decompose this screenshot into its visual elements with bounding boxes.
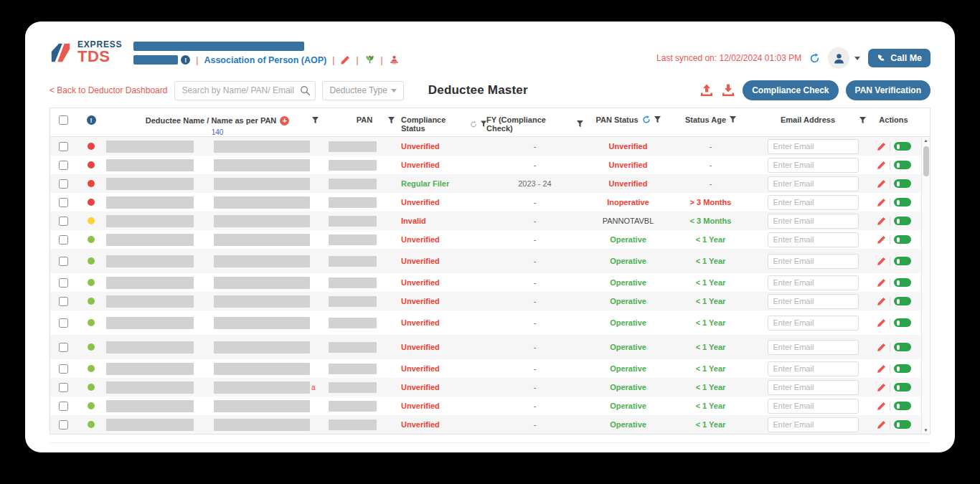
email-input[interactable] — [768, 294, 859, 309]
filter-icon[interactable] — [654, 116, 661, 123]
edit-email-icon[interactable] — [877, 278, 886, 288]
active-toggle[interactable] — [894, 235, 911, 244]
row-checkbox[interactable] — [59, 297, 68, 306]
email-input[interactable] — [768, 315, 859, 331]
filter-icon[interactable] — [859, 117, 866, 124]
refresh-icon[interactable] — [470, 120, 477, 128]
plant-icon[interactable] — [364, 54, 375, 65]
divider — [890, 402, 890, 411]
active-toggle[interactable] — [894, 343, 911, 351]
edit-email-icon[interactable] — [877, 179, 886, 189]
email-input[interactable] — [768, 254, 859, 269]
avatar-dropdown-caret[interactable] — [854, 57, 860, 60]
search-icon[interactable] — [300, 85, 311, 96]
add-deductee-button[interactable]: + — [280, 116, 289, 125]
refresh-icon[interactable] — [642, 115, 651, 124]
edit-email-icon[interactable] — [877, 383, 886, 392]
filter-icon[interactable] — [577, 120, 583, 128]
active-toggle[interactable] — [894, 257, 911, 265]
active-toggle[interactable] — [894, 161, 911, 169]
select-all-checkbox[interactable] — [59, 115, 68, 125]
header-deductee-name-label: Deductee Name / Name as per PAN — [146, 116, 277, 125]
edit-email-icon[interactable] — [877, 198, 886, 207]
active-toggle[interactable] — [894, 383, 911, 392]
filter-icon[interactable] — [481, 120, 486, 128]
row-checkbox[interactable] — [59, 179, 68, 189]
email-input[interactable] — [768, 275, 859, 290]
active-toggle[interactable] — [894, 142, 911, 151]
edit-email-icon[interactable] — [877, 343, 886, 352]
deductor-info-icon[interactable]: ! — [181, 55, 190, 65]
active-toggle[interactable] — [894, 297, 911, 305]
edit-email-icon[interactable] — [877, 161, 886, 170]
row-checkbox[interactable] — [59, 257, 68, 266]
edit-deductor-icon[interactable] — [340, 55, 350, 65]
row-checkbox[interactable] — [59, 383, 68, 392]
active-toggle[interactable] — [894, 318, 911, 327]
edit-email-icon[interactable] — [877, 235, 886, 245]
row-checkbox[interactable] — [59, 198, 68, 207]
email-input[interactable] — [768, 176, 859, 191]
export-download-button[interactable] — [721, 84, 735, 98]
active-toggle[interactable] — [894, 179, 911, 188]
name-as-per-pan-redacted — [214, 255, 310, 267]
edit-email-icon[interactable] — [877, 318, 886, 328]
edit-email-icon[interactable] — [877, 297, 886, 306]
scrollbar-thumb[interactable] — [923, 146, 929, 176]
filter-icon[interactable] — [312, 117, 319, 124]
status-age-value: - — [710, 179, 712, 188]
user-avatar[interactable] — [828, 47, 849, 69]
scroll-up-arrow[interactable]: ▲ — [924, 137, 928, 144]
email-input[interactable] — [768, 417, 859, 432]
scroll-down-arrow[interactable]: ▼ — [924, 427, 928, 434]
filter-icon[interactable] — [388, 117, 395, 124]
active-toggle[interactable] — [894, 278, 911, 287]
email-input[interactable] — [768, 232, 859, 247]
fy-value: - — [534, 217, 537, 225]
edit-email-icon[interactable] — [877, 257, 886, 266]
active-toggle[interactable] — [894, 420, 911, 429]
deductee-type-select[interactable]: Deductee Type — [322, 81, 404, 100]
row-checkbox[interactable] — [59, 217, 68, 226]
edit-email-icon[interactable] — [877, 420, 886, 430]
search-input[interactable] — [174, 81, 316, 100]
email-input[interactable] — [768, 214, 859, 229]
row-checkbox[interactable] — [59, 142, 68, 151]
pan-verification-button[interactable]: PAN Verification — [846, 80, 930, 100]
row-checkbox[interactable] — [59, 402, 68, 411]
header-info-icon[interactable]: ! — [87, 115, 96, 125]
name-as-per-pan-redacted — [214, 215, 310, 227]
email-input[interactable] — [768, 380, 859, 395]
divider — [890, 383, 890, 392]
email-input[interactable] — [768, 158, 859, 173]
email-input[interactable] — [768, 361, 859, 376]
helpdesk-icon[interactable] — [389, 54, 400, 65]
row-checkbox[interactable] — [59, 278, 68, 288]
email-input[interactable] — [768, 195, 859, 210]
call-me-button[interactable]: Call Me — [868, 49, 930, 67]
email-input[interactable] — [768, 340, 859, 355]
compliance-check-button[interactable]: Compliance Check — [743, 80, 838, 100]
vertical-scrollbar[interactable]: ▲ ▼ — [921, 137, 930, 434]
row-checkbox[interactable] — [59, 161, 68, 170]
email-input[interactable] — [768, 139, 859, 154]
row-checkbox[interactable] — [59, 420, 68, 430]
edit-email-icon[interactable] — [877, 364, 886, 374]
row-checkbox[interactable] — [59, 318, 68, 328]
sync-refresh-icon[interactable] — [809, 53, 820, 64]
active-toggle[interactable] — [894, 402, 911, 410]
row-checkbox[interactable] — [59, 343, 68, 352]
row-checkbox[interactable] — [59, 235, 68, 245]
edit-email-icon[interactable] — [877, 142, 886, 151]
divider — [890, 142, 890, 151]
edit-email-icon[interactable] — [877, 402, 886, 411]
back-to-dashboard-link[interactable]: < Back to Deductor Dashboard — [50, 85, 167, 95]
email-input[interactable] — [768, 399, 859, 414]
active-toggle[interactable] — [894, 198, 911, 207]
edit-email-icon[interactable] — [877, 217, 886, 226]
active-toggle[interactable] — [894, 364, 911, 373]
row-checkbox[interactable] — [59, 364, 68, 374]
import-upload-button[interactable] — [699, 84, 714, 98]
filter-icon[interactable] — [730, 116, 736, 123]
active-toggle[interactable] — [894, 217, 911, 225]
